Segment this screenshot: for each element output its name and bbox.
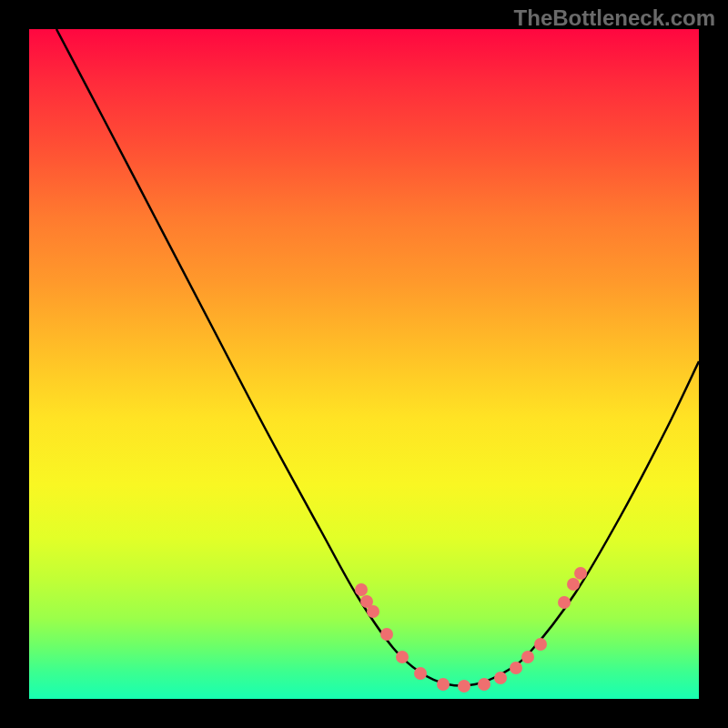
highlight-dot: [437, 678, 450, 691]
highlight-dot: [478, 678, 490, 691]
highlight-dot: [558, 596, 571, 609]
highlight-dot: [521, 651, 534, 663]
highlight-dot: [567, 578, 580, 591]
watermark-text: TheBottleneck.com: [514, 5, 715, 31]
highlight-dots: [355, 567, 587, 693]
highlight-dot: [414, 667, 427, 680]
highlight-dot: [494, 672, 507, 684]
highlight-dot: [458, 680, 470, 693]
dots-layer: [29, 29, 699, 699]
highlight-dot: [380, 628, 393, 641]
highlight-dot: [396, 651, 409, 663]
highlight-dot: [534, 638, 547, 651]
highlight-dot: [574, 567, 587, 580]
highlight-dot: [367, 605, 379, 618]
plot-area: [29, 29, 699, 699]
highlight-dot: [355, 583, 368, 596]
highlight-dot: [510, 662, 522, 674]
